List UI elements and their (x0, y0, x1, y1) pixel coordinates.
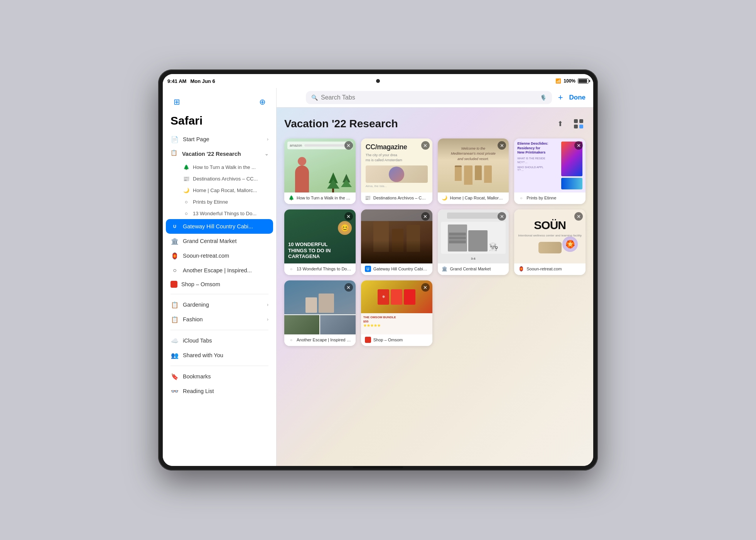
new-tab-button[interactable]: ⊕ (256, 96, 268, 108)
sidebar-item-grand[interactable]: 🏛️ Grand Central Market (166, 234, 273, 248)
reading-icon: 👓 (170, 387, 179, 395)
omsom-tab-favicon (365, 337, 371, 343)
close-tab-gateway[interactable]: ✕ (421, 212, 430, 221)
tab-card-walk[interactable]: ✕ (284, 138, 356, 204)
home-indicator[interactable] (353, 466, 403, 468)
top-bar-actions: + Done (558, 93, 586, 103)
close-tab-walk[interactable]: ✕ (344, 141, 353, 150)
sidebar: ⊞ ⊕ Safari 📄 Start Page › 📋 Vacation (163, 88, 277, 466)
close-tab-wonderful[interactable]: ✕ (344, 212, 353, 221)
divider-1 (170, 294, 268, 294)
tab-card-grand[interactable]: ✕ (438, 209, 509, 275)
etienne-favicon: ○ (183, 198, 190, 205)
done-button[interactable]: Done (569, 94, 586, 101)
rocat-label: Home | Cap Rocat, Mallorc... (193, 187, 257, 193)
add-tab-button[interactable]: + (558, 93, 563, 103)
tab-card-sooun[interactable]: ✕ SOÜN Intentional wellness center and l… (514, 209, 586, 275)
fashion-label: Fashion (183, 316, 263, 322)
close-tab-dest[interactable]: ✕ (421, 141, 430, 150)
close-tab-omsom[interactable]: ✕ (421, 283, 430, 292)
battery-percentage: 100% (564, 78, 575, 84)
fashion-icon: 📋 (170, 315, 179, 324)
omsom-tab-title: Shop – Omsom (373, 338, 429, 342)
tab-card-wonderful[interactable]: ✕ 😊 10 WONDERFULTHINGS TO DO INCARTAGENA… (284, 209, 356, 275)
etienne-label: Prints by Etinne (193, 199, 228, 205)
close-tab-sooun[interactable]: ✕ (574, 212, 583, 221)
rocat-tab-favicon: 🌙 (442, 195, 448, 201)
sidebar-item-shared[interactable]: 👥 Shared with You (166, 348, 273, 363)
sooun-favicon: 🏮 (170, 251, 179, 260)
ipad-frame: 9:41 AM Mon Jun 6 📶 100% ⊞ ⊕ Safari (158, 69, 598, 471)
walk-tab-title: How to Turn a Walk in the Wo... (297, 196, 352, 200)
sidebar-scroll-area: 📄 Start Page › 📋 Vacation '22 Research ⌄… (163, 132, 276, 461)
sub-item-wonderful[interactable]: ○ 13 Wonderful Things to Do... (178, 208, 273, 219)
etienne-tab-favicon: ○ (518, 195, 524, 201)
ipad-screen: 9:41 AM Mon Jun 6 📶 100% ⊞ ⊕ Safari (163, 74, 593, 466)
sub-item-walk[interactable]: 🌲 How to Turn a Walk in the ... (178, 161, 273, 173)
sidebar-item-escape[interactable]: ○ Another Escape | Inspired... (166, 263, 273, 278)
grand-label: Grand Central Market (183, 238, 268, 244)
tab-footer-gateway: U Gateway Hill Country Cabins | ... (361, 263, 432, 275)
tab-card-rocat[interactable]: ✕ Welcome to theMediterranean's most pri… (438, 138, 509, 204)
omsom-label: Shop – Omsom (181, 281, 268, 287)
tab-group-vacation[interactable]: 📋 Vacation '22 Research ⌄ (166, 147, 273, 161)
close-tab-escape[interactable]: ✕ (344, 283, 353, 292)
sidebar-item-fashion[interactable]: 📋 Fashion › (166, 312, 273, 327)
fashion-chevron: › (267, 317, 268, 322)
escape-favicon: ○ (170, 266, 179, 275)
sidebar-item-bookmarks[interactable]: 🔖 Bookmarks (166, 369, 273, 384)
bookmarks-label: Bookmarks (183, 373, 268, 380)
gateway-favicon: U (170, 222, 179, 231)
grid-view-button[interactable] (572, 117, 586, 131)
tab-footer-sooun: 🏮 Sooun-retreat.com (514, 263, 586, 275)
sidebar-header: ⊞ ⊕ (163, 93, 276, 113)
tab-card-dest[interactable]: ✕ CC/magazine The city of your dreams is… (361, 138, 432, 204)
mic-icon[interactable]: 🎙️ (540, 94, 547, 101)
sidebar-item-sooun[interactable]: 🏮 Sooun-retreat.com (166, 248, 273, 263)
gardening-icon: 📋 (170, 300, 179, 309)
sub-item-etienne[interactable]: ○ Prints by Etinne (178, 196, 273, 208)
close-tab-etienne[interactable]: ✕ (574, 141, 583, 150)
sub-item-rocat[interactable]: 🌙 Home | Cap Rocat, Mallorc... (178, 184, 273, 196)
sidebar-item-icloud[interactable]: ☁️ iCloud Tabs (166, 333, 273, 348)
sidebar-toggle-button[interactable]: ⊞ (170, 96, 183, 108)
tab-card-escape[interactable]: ✕ (284, 280, 356, 346)
sidebar-item-start-page[interactable]: 📄 Start Page › (166, 132, 273, 147)
wonderful-favicon: ○ (183, 210, 190, 217)
search-input[interactable] (321, 94, 537, 101)
main-layout: ⊞ ⊕ Safari 📄 Start Page › 📋 Vacation (163, 88, 593, 466)
share-button[interactable]: ⬆ (553, 117, 567, 131)
sidebar-item-gateway[interactable]: U Gateway Hill Country Cabi... (166, 219, 273, 234)
shared-icon: 👥 (170, 351, 179, 359)
right-panel: 🔍 🎙️ + Done Vacation '22 Research ⬆ (277, 88, 593, 466)
tab-card-gateway[interactable]: ✕ (361, 209, 432, 275)
sooun-label: Sooun-retreat.com (183, 253, 268, 259)
tab-card-etienne[interactable]: ✕ Etienne Desclides:Residency forNew Pri… (514, 138, 586, 204)
icloud-icon: ☁️ (170, 336, 179, 345)
search-bar-container[interactable]: 🔍 🎙️ (306, 91, 552, 104)
top-bar: 🔍 🎙️ + Done (277, 88, 593, 108)
battery-icon (578, 78, 589, 84)
tab-footer-dest: 📰 Destinations Archivos – CC/m... (361, 192, 432, 204)
omsom-favicon (170, 281, 177, 288)
tab-card-omsom[interactable]: ✕ 辛 THE OMSOM BUNDLE (361, 280, 432, 346)
etienne-tab-title: Prints by Etinne (526, 196, 582, 200)
sub-item-destinations[interactable]: 📰 Destinations Archivos – CC... (178, 173, 273, 184)
tab-group-chevron: ⌄ (265, 151, 268, 157)
tab-footer-omsom: Shop – Omsom (361, 334, 432, 346)
walk-favicon: 🌲 (183, 164, 190, 170)
wifi-icon: 📶 (555, 78, 561, 84)
app-title: Safari (163, 113, 276, 132)
sidebar-item-reading[interactable]: 👓 Reading List (166, 384, 273, 398)
tab-group-icon: 📋 (170, 150, 179, 158)
sidebar-item-gardening[interactable]: 📋 Gardening › (166, 297, 273, 312)
wonderful-tab-favicon: ○ (288, 266, 294, 272)
start-page-icon: 📄 (170, 135, 179, 143)
shared-label: Shared with You (183, 352, 268, 358)
dest-tab-favicon: 📰 (365, 195, 371, 201)
sidebar-item-omsom[interactable]: Shop – Omsom (166, 278, 273, 291)
tab-footer-escape: ○ Another Escape | Inspired by... (284, 334, 356, 346)
status-bar: 9:41 AM Mon Jun 6 📶 100% (163, 74, 593, 88)
content-header-actions: ⬆ (553, 117, 586, 131)
gardening-label: Gardening (183, 302, 263, 308)
